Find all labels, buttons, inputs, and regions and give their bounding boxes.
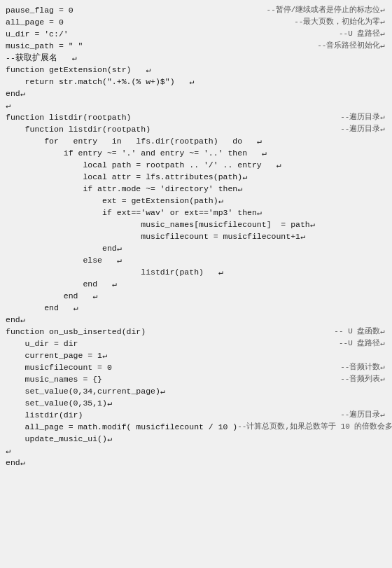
code-line: ext = getExtension(path)↵ (6, 195, 386, 207)
code-text: music_names[musicfilecount] = path↵ (6, 219, 315, 230)
code-line: all_page = math.modif( musicfilecount / … (6, 421, 386, 433)
code-text: current_page = 1↵ (6, 349, 107, 361)
code-text: function getExtension(str) ↵ (6, 64, 150, 76)
code-line: end ↵ (6, 290, 386, 302)
code-line: end ↵ (6, 278, 386, 290)
code-text: u_dir = 'c:/' (6, 28, 69, 40)
code-comment: --音频计数↵ (340, 361, 386, 373)
code-text: end ↵ (6, 290, 97, 302)
code-text: update_music_ui()↵ (6, 433, 112, 445)
code-text: listdir(path) ↵ (6, 266, 223, 278)
code-text: pause_flag = 0 (6, 4, 74, 16)
code-text: set_value(0,34,current_page)↵ (6, 385, 165, 397)
code-line: listdir(path) ↵ (6, 266, 386, 278)
code-line: set_value(0,34,current_page)↵ (6, 385, 386, 397)
code-text: ↵ (6, 445, 10, 457)
code-line: ↵ (6, 99, 386, 111)
code-line: listdir(dir)--遍历目录↵ (6, 409, 386, 421)
code-text: if attr.mode ~= 'directory' then↵ (6, 183, 242, 195)
code-line: local path = rootpath .. '/' .. entry ↵ (6, 159, 386, 171)
code-line: else ↵ (6, 254, 386, 266)
code-text: end↵ (6, 242, 122, 254)
code-line: music_names = {}--音频列表↵ (6, 373, 386, 385)
code-text: for entry in lfs.dir(rootpath) do ↵ (6, 135, 262, 147)
code-text: ↵ (6, 99, 10, 111)
code-line: pause_flag = 0--暂停/继续或者是停止的标志位↵ (6, 4, 386, 16)
code-text: end↵ (6, 457, 25, 469)
code-line: u_dir = dir--U 盘路径↵ (6, 338, 386, 349)
code-line: all_page = 0--最大页数，初始化为零↵ (6, 16, 386, 28)
code-line: u_dir = 'c:/'--U 盘路径↵ (6, 28, 386, 40)
code-line: musicfilecount = musicfilecount+1↵ (6, 230, 386, 242)
code-line: end↵ (6, 457, 386, 469)
code-line: musicfilecount = 0--音频计数↵ (6, 361, 386, 373)
code-line: --获取扩展名 ↵ (6, 52, 386, 64)
code-line: update_music_ui()↵ (6, 433, 386, 445)
code-line: function listdir(rootpath)--遍历目录↵ (6, 123, 386, 135)
code-text: all_page = 0 (6, 16, 64, 28)
code-comment: --暂停/继续或者是停止的标志位↵ (267, 4, 386, 16)
code-line: return str.match(".+%.(% w+)$") ↵ (6, 76, 386, 88)
code-text: if entry ~= '.' and entry ~= '..' then ↵ (6, 147, 267, 159)
code-line: function listdir(rootpath)--遍历目录↵ (6, 111, 386, 123)
code-text: local path = rootpath .. '/' .. entry ↵ (6, 159, 281, 171)
code-comment: --音乐路径初始化↵ (317, 40, 386, 52)
code-line: for entry in lfs.dir(rootpath) do ↵ (6, 135, 386, 147)
code-text: function listdir(rootpath) (6, 123, 150, 135)
code-editor: pause_flag = 0--暂停/继续或者是停止的标志位↵all_page … (0, 0, 392, 568)
code-comment: --最大页数，初始化为零↵ (294, 16, 386, 28)
code-line: if entry ~= '.' and entry ~= '..' then ↵ (6, 147, 386, 159)
code-line: end ↵ (6, 302, 386, 314)
code-text: musicfilecount = 0 (6, 361, 112, 373)
code-line: function getExtension(str) ↵ (6, 64, 386, 76)
code-text: end ↵ (6, 302, 78, 314)
code-line: if ext=='wav' or ext=='mp3' then↵ (6, 207, 386, 219)
code-text: music_path = " " (6, 40, 83, 52)
code-text: if ext=='wav' or ext=='mp3' then↵ (6, 207, 262, 219)
code-line: end↵ (6, 88, 386, 99)
code-text: all_page = math.modif( musicfilecount / … (6, 421, 237, 433)
code-text: --获取扩展名 ↵ (6, 52, 76, 64)
code-line: end↵ (6, 242, 386, 254)
code-comment: --U 盘路径↵ (339, 28, 386, 40)
code-line: local attr = lfs.attributes(path)↵ (6, 171, 386, 183)
code-text: function on_usb_inserted(dir) (6, 326, 146, 338)
code-line: end↵ (6, 314, 386, 326)
code-comment: --U 盘路径↵ (339, 338, 386, 349)
code-text: musicfilecount = musicfilecount+1↵ (6, 230, 305, 242)
code-text: end ↵ (6, 278, 117, 290)
code-text: music_names = {} (6, 373, 102, 385)
code-text: local attr = lfs.attributes(path)↵ (6, 171, 247, 183)
code-text: u_dir = dir (6, 338, 78, 349)
code-text: return str.match(".+%.(% w+)$") ↵ (6, 76, 194, 88)
code-text: else ↵ (6, 254, 122, 266)
code-comment: -- U 盘函数↵ (334, 326, 386, 338)
code-text: end↵ (6, 314, 25, 326)
code-line: current_page = 1↵ (6, 349, 386, 361)
code-line: function on_usb_inserted(dir)-- U 盘函数↵ (6, 326, 386, 338)
code-text: end↵ (6, 88, 25, 99)
code-line: music_path = " "--音乐路径初始化↵ (6, 40, 386, 52)
code-text: function listdir(rootpath) (6, 111, 131, 123)
code-comment: --遍历目录↵ (340, 409, 386, 421)
code-text: listdir(dir) (6, 409, 83, 421)
code-comment: --计算总页数,如果总数等于 10 的倍数会多留一页↵ (237, 421, 392, 433)
code-line: if attr.mode ~= 'directory' then↵ (6, 183, 386, 195)
code-comment: --遍历目录↵ (340, 123, 386, 135)
code-line: set_value(0,35,1)↵ (6, 397, 386, 409)
code-line: ↵ (6, 445, 386, 457)
code-comment: --遍历目录↵ (340, 111, 386, 123)
code-line: music_names[musicfilecount] = path↵ (6, 219, 386, 230)
code-comment: --音频列表↵ (340, 373, 386, 385)
code-text: set_value(0,35,1)↵ (6, 397, 112, 409)
code-text: ext = getExtension(path)↵ (6, 195, 223, 207)
